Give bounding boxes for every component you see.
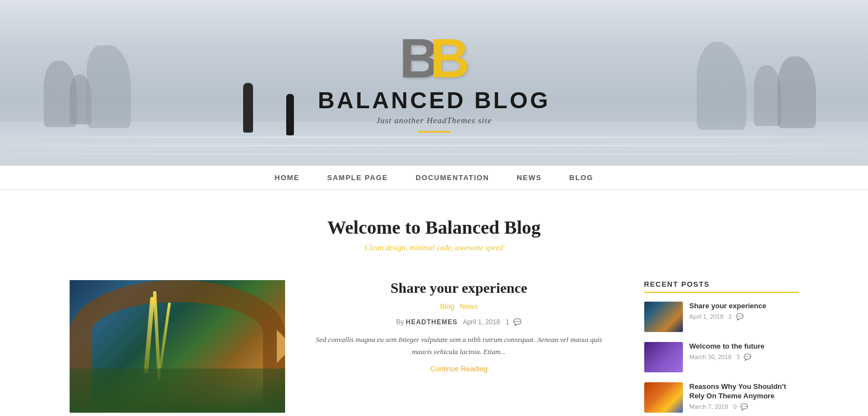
recent-post-info-3: Reasons Why You Shouldn't Rely On Theme … [690,382,799,410]
recent-post-comments-1: 1 [728,313,732,320]
nav-link-blog[interactable]: BLOG [569,173,593,182]
welcome-subtitle: Clean design, minimal code, awesome spee… [70,244,799,252]
recent-posts-title: RECENT POSTS [644,280,799,293]
post-category-blog[interactable]: Blog [440,302,454,310]
post-meta: By HEADTHEMES April 1, 2018 1 💬 [313,318,606,326]
header-accent-line [418,131,451,133]
recent-post-meta-1: April 1, 2018 1 💬 [690,313,766,320]
post-excerpt: Sed convallis magna eu sem Integer vulpu… [313,334,606,358]
content-grid: Share your experience Blog News By HEADT… [70,269,799,416]
welcome-section: Welcome to Balanced Blog Clean design, m… [70,189,799,269]
comment-bubble-icon-1: 💬 [736,313,744,320]
nav-link-documentation[interactable]: DOCUMENTATION [415,173,489,182]
continue-reading-link[interactable]: Continue Reading [430,365,487,373]
nav-link-sample-page[interactable]: SAMPLE PAGE [327,173,388,182]
recent-post-meta-2: March 30, 2018 3 💬 [690,354,765,361]
comment-icon: 💬 [513,318,522,326]
recent-post-title-1[interactable]: Share your experience [690,302,766,311]
recent-post-thumbnail-1[interactable] [644,302,683,332]
post-title[interactable]: Share your experience [313,280,606,297]
welcome-title: Welcome to Balanced Blog [70,217,799,238]
nav-item-news[interactable]: NEWS [517,172,541,182]
recent-post-item-2: Welcome to the future March 30, 2018 3 💬 [644,342,799,372]
featured-image-bg [70,280,285,413]
post-comment-count: 1 [506,318,509,326]
header-branding: B B BALANCED BLOG Just another HeadTheme… [0,0,868,166]
recent-post-item: Share your experience April 1, 2018 1 💬 [644,302,799,332]
recent-post-item-3: Reasons Why You Shouldn't Rely On Theme … [644,382,799,413]
recent-post-info-1: Share your experience April 1, 2018 1 💬 [690,302,766,320]
recent-post-meta-3: March 7, 2018 0 💬 [690,403,799,410]
nav-item-blog[interactable]: BLOG [569,172,593,182]
recent-post-date-2: March 30, 2018 [690,354,732,360]
post-author: HEADTHEMES [406,318,457,326]
recent-post-date-1: April 1, 2018 [690,313,724,320]
recent-post-comments-2: 3 [737,354,740,360]
recent-post-thumbnail-3[interactable] [644,382,683,413]
post-content: Share your experience Blog News By HEADT… [302,280,617,373]
site-title: BALANCED BLOG [318,87,550,114]
nav-item-home[interactable]: HOME [275,172,299,182]
recent-post-comments-3: 0 [733,403,737,410]
site-tagline: Just another HeadThemes site [376,116,492,125]
post-categories: Blog News [313,302,606,310]
site-header: B B BALANCED BLOG Just another HeadTheme… [0,0,868,166]
comment-bubble-icon-3: 💬 [740,403,748,410]
featured-post-image[interactable] [70,280,285,413]
nav-item-documentation[interactable]: DOCUMENTATION [415,172,489,182]
logo-letter-b2: B [430,33,469,83]
nav-item-sample-page[interactable]: SAMPLE PAGE [327,172,388,182]
recent-post-title-3[interactable]: Reasons Why You Shouldn't Rely On Theme … [690,382,799,401]
logo: B B [399,33,469,83]
nav-list: HOME SAMPLE PAGE DOCUMENTATION NEWS BLOG [275,172,593,182]
post-category-news[interactable]: News [460,302,478,310]
nav-link-news[interactable]: NEWS [517,173,541,182]
recent-post-date-3: March 7, 2018 [690,403,728,410]
sidebar: RECENT POSTS Share your experience April… [633,280,799,416]
post-date: April 1, 2018 [463,318,500,326]
main-content: Welcome to Balanced Blog Clean design, m… [48,189,821,416]
comment-bubble-icon-2: 💬 [744,354,751,361]
nav-link-home[interactable]: HOME [275,173,299,182]
site-navigation: HOME SAMPLE PAGE DOCUMENTATION NEWS BLOG [0,166,868,189]
recent-post-thumbnail-2[interactable] [644,342,683,372]
image-arrow [277,330,285,363]
recent-post-info-2: Welcome to the future March 30, 2018 3 💬 [690,342,765,361]
recent-post-title-2[interactable]: Welcome to the future [690,342,765,351]
cave-bottom [70,368,285,413]
